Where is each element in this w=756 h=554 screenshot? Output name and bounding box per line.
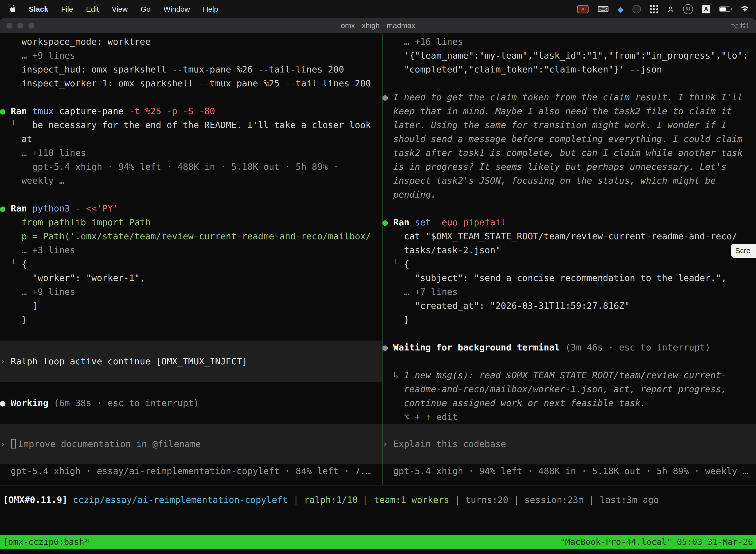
terminal-line: p = Path('.omx/state/team/review-current… [0,229,382,243]
terminal-line: workspace_mode: worktree [0,35,382,49]
menu-bar: Slack FileEditViewGoWindowHelp ⌨ ◆ 61 A [0,0,756,18]
omx-status-line: [OMX#0.11.9] cczip/essay/ai-reimplementa… [3,493,756,507]
terminal-line: … +16 lines [382,35,756,49]
terminal-line: … +110 lines [0,146,382,160]
blank-line [0,382,382,396]
menu-item-view[interactable]: View [105,5,134,13]
terminal-line: inspect_worker-1: omx sparkshell --tmux-… [0,76,382,90]
record-dot-icon [582,8,584,10]
terminal-line: "subject": "send a concise recommendatio… [382,271,756,285]
battery-body [719,6,730,12]
blank-line [382,202,756,215]
terminal-line: ⌥ + ↑ edit [382,410,756,424]
terminal-line: '{"team_name":"my-team","task_id":"1","f… [382,49,756,63]
tmux-host-clock-label: "MacBook-Pro-44.local" 05:03 31-Mar-26 [560,535,753,549]
terminal-line: ● Waiting for background terminal (3m 46… [382,340,756,354]
terminal-line: should send a message before completing … [382,132,756,146]
blank-line [0,188,382,202]
terminal-window: omx --xhigh --madmax ⌥⌘1 workspace_mode:… [0,18,756,554]
close-button[interactable] [6,22,12,29]
badge-61-icon[interactable]: 61 [683,4,693,14]
terminal-line: ● Ran tmux capture-pane -t %25 -p -S -80 [0,104,382,118]
terminal-line: └ { [382,257,756,271]
terminal-line: … +3 lines [0,243,382,257]
apple-menu[interactable] [0,5,22,14]
terminal-line: readme-and-reco/mailbox/worker-1.json, a… [382,382,756,396]
traffic-lights [6,22,34,29]
left-terminal-pane[interactable]: workspace_mode: worktree … +9 lines insp… [0,35,382,482]
screen-recording-indicator[interactable] [577,5,588,13]
terminal-line: ↳ 1 new msg(s): read $OMX_TEAM_STATE_ROO… [382,368,756,382]
terminal-line: gpt-5.4 xhigh · 94% left · 488K in · 5.1… [0,160,382,174]
blank-line [0,90,382,104]
terminal-line: weekly … [0,174,382,188]
terminal-line: "created_at": "2026-03-31T11:59:27.816Z" [382,299,756,313]
terminal-line: ● Ran python3 - <<'PY' [0,202,382,215]
window-shortcut-label: ⌥⌘1 [731,21,750,30]
prompt-box[interactable]: › Improve documentation in @filename [0,424,382,464]
grid-dots [650,5,658,13]
prompt-box[interactable]: › Explain this codebase [382,424,756,464]
band-line: › Ralph loop active continue [OMX_TMUX_I… [0,354,247,368]
terminal-line: } [382,313,756,327]
terminal-line: "worker": "worker-1", [0,271,382,285]
a-app-label: A [704,6,708,13]
minimize-button[interactable] [17,22,23,29]
zoom-button[interactable] [28,22,34,29]
tmux-status-bar: [omx-cczip0:bash* "MacBook-Pro-44.local"… [0,535,756,549]
battery-nub [731,8,732,10]
blank-line [382,354,756,368]
apple-icon [10,5,16,14]
menu-item-go[interactable]: Go [134,5,157,13]
window-titlebar[interactable]: omx --xhigh --madmax ⌥⌘1 [0,18,756,33]
terminal-line: ● Working (6m 38s · esc to interrupt) [0,396,382,410]
terminal-line: ● I need to get the claim token from the… [382,90,756,104]
tmux-session-label: [omx-cczip0:bash* [3,535,89,549]
keyboard-icon[interactable]: ⌨ [597,4,609,14]
terminal-line: } [0,313,382,327]
profile-icon[interactable] [667,6,674,13]
menu-item-edit[interactable]: Edit [80,5,106,13]
dark-app-icon[interactable] [632,5,641,13]
menu-item-app-name[interactable]: Slack [22,5,55,13]
menu-bar-status-icons: ⌨ ◆ 61 A [577,4,756,14]
inject-banner: › Ralph loop active continue [OMX_TMUX_I… [0,340,382,382]
terminal-line: later. Using the same for transition mig… [382,118,756,132]
band-line: › Explain this codebase [382,437,506,451]
edge-tooltip-label: Scre [735,246,751,255]
terminal-line: cat "$OMX_TEAM_STATE_ROOT/team/review-cu… [382,229,756,243]
terminal-content: workspace_mode: worktree … +9 lines insp… [0,33,756,554]
pane-divider[interactable] [382,34,382,485]
terminal-line: ● Ran set -euo pipefail [382,215,756,229]
blue-app-icon[interactable]: ◆ [618,5,624,14]
terminal-line: keep that in mind. Maybe I also need the… [382,104,756,118]
terminal-line: inspect_hud: omx sparkshell --tmux-pane … [0,63,382,76]
band-line: › Improve documentation in @filename [0,437,201,451]
window-title: omx --xhigh --madmax [341,21,415,30]
battery-icon[interactable] [719,6,732,12]
pane-bottom-border [0,485,756,486]
terminal-line: └ { [0,257,382,271]
menu-item-help[interactable]: Help [196,5,225,13]
wifi-icon[interactable] [741,6,749,12]
terminal-line: continue assigned work or next feasible … [382,396,756,410]
terminal-line: ] [0,299,382,313]
terminal-line: … +9 lines [0,285,382,299]
menu-item-file[interactable]: File [55,5,79,13]
terminal-line: task2 after task1 is complete, but can I… [382,146,756,160]
badge-61-label: 61 [686,7,691,12]
terminal-line: gpt-5.4 xhigh · 94% left · 488K in · 5.1… [382,464,756,478]
menu-item-window[interactable]: Window [157,5,196,13]
right-terminal-pane[interactable]: … +16 lines '{"team_name":"my-team","tas… [382,35,756,482]
blank-line [382,327,756,340]
terminal-line: tasks/task-2.json" [382,243,756,257]
terminal-line: at [0,132,382,146]
terminal-line: pending. [382,188,756,202]
terminal-line: inspect task2's JSON, focusing on the st… [382,174,756,188]
terminal-line: is in progress? It seems likely but perh… [382,160,756,174]
dots-grid-icon[interactable] [650,5,658,13]
menu-bar-menus: Slack FileEditViewGoWindowHelp [0,5,225,14]
terminal-line: … +9 lines [0,49,382,63]
terminal-line: from pathlib import Path [0,215,382,229]
a-app-icon[interactable]: A [702,5,710,13]
